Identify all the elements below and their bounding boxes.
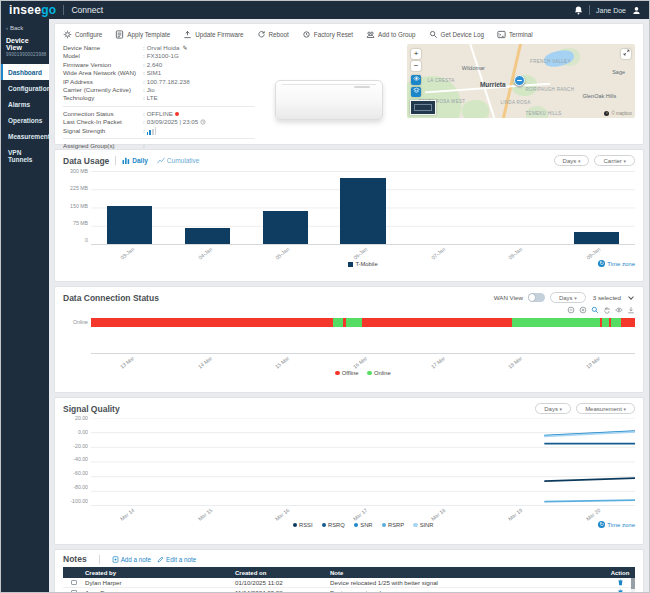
tab-daily[interactable]: Daily [122,157,148,164]
legend-dot [335,371,340,376]
x-tick-label: 17 Mar [430,355,446,370]
add-to-group-icon [366,30,375,39]
x-axis-slot: 13 Mar [91,354,169,369]
signal-quality-title: Signal Quality [63,404,120,414]
toolbar-button-label: Add to Group [378,31,415,38]
user-avatar-icon[interactable] [632,6,641,15]
add-note-button[interactable]: Add a note [112,556,151,563]
bar-slot [91,171,169,244]
time-zone-link[interactable]: ↻Time zone [598,260,635,267]
column-created-on: Created on [235,570,330,576]
edit-device-name-icon[interactable]: ✎ [182,44,187,52]
signal-strength-icon [147,127,157,135]
carrier-dropdown[interactable]: Carrier ▾ [594,155,635,166]
x-axis-slot: 15 Mar [246,354,324,369]
signal-quality-plot [91,418,635,506]
factory-reset-button[interactable]: Factory Reset [302,30,353,39]
clock-icon [200,119,206,125]
delete-note-icon[interactable] [617,589,624,593]
get-device-log-icon [429,30,438,39]
days-dropdown[interactable]: Days ▾ [550,292,586,303]
reboot-button[interactable]: Reboot [257,30,289,39]
notifications-bell-icon[interactable] [574,5,583,15]
selected-dropdown[interactable]: 3 selected [591,293,635,302]
x-axis-slot: 03-Jan [91,245,169,260]
x-tick-label: 18 Mar [507,355,523,370]
map-layers-button[interactable] [411,87,421,97]
legend-label: Online [374,370,391,376]
info-label: Carrier (Currently Active) [63,86,143,94]
terminal-button[interactable]: Terminal [497,30,533,39]
divider [63,106,255,107]
user-name[interactable]: Jane Doe [596,7,626,14]
sidebar-item-dashboard[interactable]: Dashboard [1,64,49,80]
connection-legend: OfflineOnline [91,370,635,376]
row-checkbox[interactable] [71,580,77,586]
apply-template-icon [115,30,124,39]
device-info-panel: Device NameOrval Hoida✎ ModelFX3100-1G F… [63,44,255,161]
tab-cumulative[interactable]: Cumulative [157,157,200,164]
notes-table-header: Created by Created on Note Action [63,567,635,578]
update-firmware-icon [183,30,192,39]
reset-view-eye-icon[interactable] [615,306,623,314]
x-axis-slot: Mar 14 [91,506,169,521]
map-zoom-out-button[interactable]: − [411,61,421,71]
device-location-map[interactable]: WildomarMurrietaFRENCH VALLEYLA CRESTASA… [407,44,635,118]
map-zoom-in-button[interactable]: + [411,49,421,59]
column-action: Action [605,570,635,576]
map-visibility-button[interactable] [411,75,421,85]
sidebar-item-alarms[interactable]: Alarms [1,96,49,112]
x-tick-label: Mar 20 [585,507,601,522]
measurement-dropdown[interactable]: Measurement ▾ [576,403,635,414]
selection-zoom-icon[interactable] [591,306,599,314]
get-device-log-button[interactable]: Get Device Log [429,30,484,39]
configure-button[interactable]: Configure [63,30,102,39]
sidebar-item-operations[interactable]: Operations [1,112,49,128]
data-usage-bar [185,228,230,244]
timeline-row-label: Online [63,316,91,354]
legend-label: Offline [342,370,359,376]
days-dropdown[interactable]: Days ▾ [554,155,590,166]
edit-note-button[interactable]: Edit a note [157,556,196,563]
map-overview-inset[interactable] [410,100,436,115]
sidebar-item-vpn-tunnels[interactable]: VPN Tunnels [1,144,49,167]
x-axis-slot: 18 Mar [480,354,558,369]
x-tick-label: 03-Jan [119,246,135,261]
wan-view-toggle[interactable] [528,293,545,302]
x-axis-slot: 04-Jan [169,245,247,260]
sidebar-item-measurements[interactable]: Measurements [1,128,49,144]
legend-item: Online [367,370,390,376]
apply-template-button[interactable]: Apply Template [115,30,170,39]
signal-x-axis: Mar 14Mar 15Mar 16Mar 17Mar 18Mar 19Mar … [91,506,635,521]
legend-dot [382,523,387,528]
toolbar-button-label: Apply Template [127,31,170,38]
x-axis-slot: 06-Jan [324,245,402,260]
signal-quality-plot-area [91,418,635,506]
zoom-out-icon[interactable] [567,306,575,314]
x-tick-label: Mar 14 [119,507,135,522]
update-firmware-button[interactable]: Update Firmware [183,30,243,39]
scrollbar-thumb[interactable] [631,578,635,589]
toolbar-button-label: Update Firmware [195,31,243,38]
pan-hand-icon[interactable] [603,306,611,314]
y-tick-label: -100.00 [70,499,88,504]
bar-slot [480,171,558,244]
delete-note-icon[interactable] [617,579,624,586]
download-icon[interactable] [627,306,635,314]
note-cell: Device relocated 1/25 with better signal [330,579,605,586]
days-dropdown[interactable]: Days ▾ [535,403,571,414]
back-button[interactable]: ‹Back [1,19,49,34]
legend-item: RSRQ [322,522,345,528]
created-by-cell: Jane Doe [85,589,235,593]
sidebar-item-configuration[interactable]: Configuration [1,80,49,96]
divider [115,156,116,165]
connection-x-axis: 13 Mar14 Mar15 Mar16 Mar17 Mar18 Mar19 M… [91,354,635,369]
y-tick-label: 0 [85,238,88,243]
add-to-group-button[interactable]: Add to Group [366,30,415,39]
info-icon[interactable]: i [604,111,609,116]
notes-title: Notes [63,554,87,564]
offline-status-dot [175,112,179,116]
time-zone-link[interactable]: ↻Time zone [598,521,635,528]
map-fullscreen-button[interactable] [621,49,631,59]
zoom-in-icon[interactable] [579,306,587,314]
